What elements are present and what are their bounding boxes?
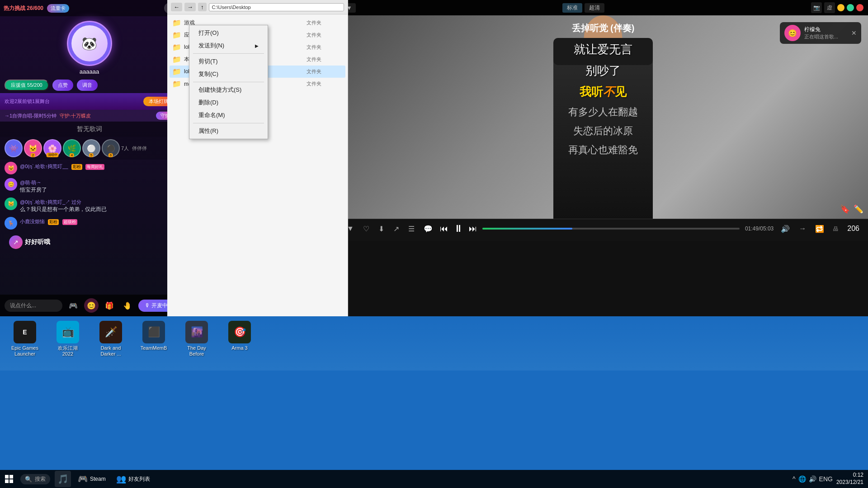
present-icon[interactable]: 🎁 xyxy=(102,298,117,313)
bilibili-icon[interactable]: 📺 欢乐江湖 2022 xyxy=(52,321,84,357)
ctx-cut[interactable]: 剪切(T) xyxy=(189,55,268,68)
fl-path-bar[interactable]: C:\Users\Desktop xyxy=(209,3,344,11)
chat-tag-4a: 彩粉 xyxy=(48,219,59,225)
avatar-area: 🐼 aaaaaa xyxy=(0,16,179,77)
arma3-icon[interactable]: 🎯 Arma 3 xyxy=(224,321,255,351)
maximize-btn[interactable] xyxy=(847,4,854,11)
chat-name-4: 小鹿没烦恼 xyxy=(20,219,45,224)
stage-row: 欢迎2展前锁1展舞台 本场灯牌 xyxy=(0,93,179,110)
edit-icon[interactable]: ✏️ xyxy=(854,204,863,214)
dark-darker-icon[interactable]: 🗡️ Dark and Darker ... xyxy=(95,321,127,357)
fl-back-btn[interactable]: ← xyxy=(171,3,182,11)
fl-up-btn[interactable]: ↑ xyxy=(198,3,207,11)
folder-icon-6: 📁 xyxy=(172,80,181,88)
team-image: ⬛ xyxy=(142,321,165,343)
theday-icon[interactable]: 🌆 The Day Before xyxy=(181,321,212,357)
lyrics-display: 暂无歌词 xyxy=(0,122,179,137)
points-display: 应援值 55/200 xyxy=(5,80,49,91)
fl-forward-btn[interactable]: → xyxy=(184,3,196,11)
stage-text: 欢迎2展前锁1展舞台 xyxy=(5,98,50,105)
user-notification: 😊 柠檬兔 正在唱这首歌... ✕ xyxy=(780,22,861,44)
video-edit-icons: 🔖 ✏️ xyxy=(840,204,863,214)
start-button[interactable] xyxy=(0,470,18,488)
chat-message-4: 🦌 小鹿没烦恼 彩粉 超级粉 xyxy=(5,217,174,230)
taskbar-time[interactable]: 0:12 2023/12/21 xyxy=(836,472,863,486)
controls-row: ▼ ♡ ⬇ ↗ ☰ 💬 ⏮ ⏸ ⏭ 01:49/05:03 🔊 → 🔁 品 20… xyxy=(345,223,861,235)
action-buttons: 应援值 55/200 点赞 调音 xyxy=(0,77,179,93)
volume-icon[interactable]: 🔊 xyxy=(779,224,792,234)
ctx-delete[interactable]: 删除(D) xyxy=(189,96,268,109)
progress-bar[interactable] xyxy=(482,228,740,230)
live-topbar: 热力挑战 26/600 流量卡 ⋯ xyxy=(0,0,179,16)
close-btn[interactable] xyxy=(856,4,863,11)
gift-icon[interactable]: 😊 xyxy=(84,298,99,313)
taskbar-apps: 🎮 Steam 👥 好友列表 xyxy=(73,472,155,486)
taskbar-search[interactable]: 🔍 搜索 xyxy=(20,474,50,484)
ctx-copy[interactable]: 复制(C) xyxy=(189,68,268,80)
lang-icon[interactable]: ENG xyxy=(819,475,833,483)
send-arrow-icon[interactable]: ↗ xyxy=(9,235,23,249)
next-btn[interactable]: ⏭ xyxy=(469,224,477,234)
time-value: 0:12 xyxy=(836,472,863,479)
chat-content-2: @萌·萌·~ 悟宝开房了 xyxy=(20,178,174,194)
volume-value: 206 xyxy=(845,224,861,234)
fl-item-type-2: 文件夹 xyxy=(307,32,343,38)
dark-image: 🗡️ xyxy=(99,321,122,343)
team-icon[interactable]: ⬛ TeamMemB xyxy=(138,321,170,351)
arma-label: Arma 3 xyxy=(231,345,247,351)
ctx-rename[interactable]: 重命名(M) xyxy=(189,109,268,122)
epic-games-icon[interactable]: E Epic Games Launcher xyxy=(9,321,41,357)
chat-tag-1b: 每周好礼 xyxy=(85,164,104,170)
notif-close-btn[interactable]: ✕ xyxy=(851,29,857,37)
speed-icon[interactable]: → xyxy=(797,224,808,234)
ctx-open[interactable]: 打开(O) xyxy=(189,27,268,39)
team-label: TeamMemB xyxy=(141,345,167,351)
network-icon[interactable]: 🌐 xyxy=(798,475,806,483)
avatar-ring: 🐼 xyxy=(67,21,112,66)
player-controls: ▼ ♡ ⬇ ↗ ☰ 💬 ⏮ ⏸ ⏭ 01:49/05:03 🔊 → 🔁 品 20… xyxy=(338,219,868,241)
notif-username: 柠檬兔 xyxy=(804,26,838,33)
tray-up-icon[interactable]: ^ xyxy=(793,475,796,483)
chat-avatar-2: 😊 xyxy=(5,178,17,191)
play-pause-btn[interactable]: ⏸ xyxy=(453,223,463,235)
screenshot-btn[interactable]: 📷 xyxy=(811,2,822,13)
minimize-btn[interactable] xyxy=(837,4,844,11)
ctx-sep-1 xyxy=(193,53,264,54)
virtualreal-btn[interactable]: 虚 xyxy=(824,2,835,13)
member-label: 伴伴伴 xyxy=(132,145,147,152)
taskbar-app-steam[interactable]: 🎮 Steam xyxy=(73,472,110,486)
taskbar-icon-1[interactable]: 🎵 xyxy=(55,471,71,487)
hand-icon[interactable]: 🤚 xyxy=(120,298,135,313)
bookmark-icon[interactable]: 🔖 xyxy=(840,204,850,214)
quality-icon[interactable]: 品 xyxy=(831,225,840,233)
ctx-properties[interactable]: 属性(R) xyxy=(189,125,268,137)
comment-btn[interactable]: 💬 xyxy=(422,224,434,234)
mode-standard[interactable]: 标准 xyxy=(562,3,582,13)
music-topbar: ▼ 标准 超清 📷 虚 xyxy=(338,0,868,15)
svg-rect-2 xyxy=(5,479,9,483)
ctx-create-shortcut[interactable]: 创建快捷方式(S) xyxy=(189,84,268,96)
tune-btn[interactable]: 调音 xyxy=(77,80,98,91)
like-btn[interactable]: ♡ xyxy=(361,224,371,234)
repeat-icon[interactable]: 🔁 xyxy=(813,224,826,234)
prev-btn[interactable]: ⏮ xyxy=(440,224,448,234)
ctx-sendto[interactable]: 发送到(N) ▶ xyxy=(189,39,268,52)
taskbar-app-friends[interactable]: 👥 好友列表 xyxy=(112,472,155,486)
folder-icon-3: 📁 xyxy=(172,43,181,52)
system-tray-icons: ^ 🌐 🔊 ENG xyxy=(793,475,833,483)
speaker-icon[interactable]: 🔊 xyxy=(809,475,816,483)
epic-games-image: E xyxy=(14,321,36,343)
ctx-sep-2 xyxy=(193,82,264,82)
fl-item-type-5: 文件夹 xyxy=(307,68,343,75)
mode-hd[interactable]: 超清 xyxy=(585,3,604,13)
folder-icon-4: 📁 xyxy=(172,55,181,64)
notif-text-block: 柠檬兔 正在唱这首歌... xyxy=(804,26,838,40)
chat-input[interactable]: 说点什么... xyxy=(5,300,62,312)
progress-fill xyxy=(482,228,572,230)
playlist-btn[interactable]: ☰ xyxy=(406,224,416,234)
gamepad-icon[interactable]: 🎮 xyxy=(66,298,80,313)
download-btn[interactable]: ⬇ xyxy=(377,224,386,234)
share-btn[interactable]: ↗ xyxy=(392,224,401,234)
click-btn[interactable]: 点赞 xyxy=(52,80,73,91)
viewer-2: 🐱 2 xyxy=(24,139,42,157)
